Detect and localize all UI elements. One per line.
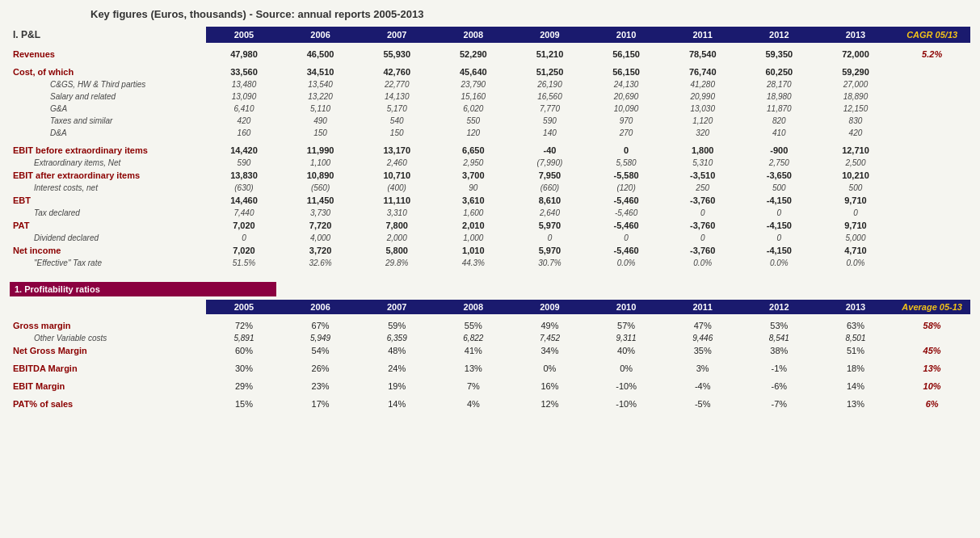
prof-year-2010: 2010 [588, 300, 665, 314]
section1-label: I. P&L [10, 27, 206, 43]
net-income-label: Net income [10, 244, 206, 257]
cost-2011: 76,740 [664, 65, 741, 78]
cost-sub-taxes: Taxes and similar 420 490 540 550 590 97… [10, 115, 970, 127]
year-2007: 2007 [359, 27, 435, 43]
profitability-table: 2005 2006 2007 2008 2009 2010 2011 2012 … [10, 300, 970, 410]
cost-2005: 33,560 [206, 65, 283, 78]
rev-2008: 52,290 [435, 48, 512, 61]
ebit-after-label: EBIT after extraordinary items [10, 169, 206, 182]
year-2008: 2008 [435, 27, 512, 43]
main-title: Key figures (Euros, thousands) - Source:… [10, 8, 970, 20]
prof-year-2005: 2005 [206, 300, 283, 314]
rev-2013: 72,000 [818, 48, 894, 61]
interest-label: Interest costs, net [10, 182, 206, 194]
revenues-label: Revenues [10, 48, 206, 61]
ebit-after-row: EBIT after extraordinary items 13,830 10… [10, 169, 970, 182]
dividend-label: Dividend declared [10, 232, 206, 244]
prof-year-2007: 2007 [359, 300, 435, 314]
cost-row: Cost, of which 33,560 34,510 42,760 45,6… [10, 65, 970, 78]
extraordinary-label: Extraordinary items, Net [10, 157, 206, 169]
rev-2007: 55,930 [359, 48, 435, 61]
year-2009: 2009 [511, 27, 588, 43]
year-2011: 2011 [664, 27, 741, 43]
effective-tax-row: "Effective" Tax rate 51.5% 32.6% 29.8% 4… [10, 257, 970, 269]
extraordinary-row: Extraordinary items, Net 590 1,100 2,460… [10, 157, 970, 169]
rev-2011: 78,540 [664, 48, 741, 61]
rev-cagr: 5.2% [894, 48, 970, 61]
cost-sub-ga: G&A 6,410 5,110 5,170 6,020 7,770 10,090… [10, 103, 970, 115]
salary-label: Salary and related [10, 90, 206, 103]
cost-2010: 56,150 [588, 65, 665, 78]
dividend-row: Dividend declared 0 4,000 2,000 1,000 0 … [10, 232, 970, 244]
ebit-margin-label: EBIT Margin [10, 380, 206, 393]
prof-header-row: 2005 2006 2007 2008 2009 2010 2011 2012 … [10, 300, 970, 314]
pat-pct-row: PAT% of sales 15% 17% 14% 4% 12% -10% -5… [10, 397, 970, 410]
year-2005: 2005 [206, 27, 283, 43]
net-gross-margin-row: Net Gross Margin 60% 54% 48% 41% 34% 40%… [10, 344, 970, 357]
cost-sub-da: D&A 160 150 150 120 140 270 320 410 420 [10, 127, 970, 139]
gross-margin-row: Gross margin 72% 67% 59% 55% 49% 57% 47%… [10, 319, 970, 332]
other-variable-label: Other Variable costs [10, 332, 206, 344]
cost-2013: 59,290 [818, 65, 894, 78]
pl-header-row: I. P&L 2005 2006 2007 2008 2009 2010 201… [10, 27, 970, 43]
cost-cagr [894, 65, 970, 78]
page-container: Key figures (Euros, thousands) - Source:… [0, 0, 980, 418]
cost-2008: 45,640 [435, 65, 512, 78]
cost-2007: 42,760 [359, 65, 435, 78]
other-variable-row: Other Variable costs 5,891 5,949 6,359 6… [10, 332, 970, 344]
prof-year-2011: 2011 [664, 300, 741, 314]
pl-table: I. P&L 2005 2006 2007 2008 2009 2010 201… [10, 27, 970, 269]
year-2010: 2010 [588, 27, 665, 43]
cost-sub-cgs: C&GS, HW & Third parties 13,480 13,540 2… [10, 78, 970, 90]
prof-year-2012: 2012 [741, 300, 818, 314]
tax-row: Tax declared 7,440 3,730 3,310 1,600 2,6… [10, 207, 970, 219]
ebt-label: EBT [10, 194, 206, 207]
prof-year-2006: 2006 [282, 300, 359, 314]
taxes-label: Taxes and similar [10, 115, 206, 127]
tax-label: Tax declared [10, 207, 206, 219]
rev-2010: 56,150 [588, 48, 665, 61]
rev-2012: 59,350 [741, 48, 818, 61]
profitability-section: 1. Profitability ratios 2005 2006 2007 2… [10, 275, 970, 410]
cost-2006: 34,510 [282, 65, 359, 78]
ebit-before-label: EBIT before extraordinary items [10, 144, 206, 157]
ebit-before-row: EBIT before extraordinary items 14,420 1… [10, 144, 970, 157]
cost-label: Cost, of which [10, 65, 206, 78]
pat-label: PAT [10, 219, 206, 232]
effective-tax-label: "Effective" Tax rate [10, 257, 206, 269]
rev-2009: 51,210 [511, 48, 588, 61]
pat-pct-label: PAT% of sales [10, 397, 206, 410]
ebitda-margin-label: EBITDA Margin [10, 362, 206, 375]
section2-header: 1. Profitability ratios [10, 282, 276, 296]
cost-2009: 51,250 [511, 65, 588, 78]
pat-row: PAT 7,020 7,720 7,800 2,010 5,970 -5,460… [10, 219, 970, 232]
prof-year-2009: 2009 [511, 300, 588, 314]
year-2006: 2006 [282, 27, 359, 43]
cagr-header: CAGR 05/13 [894, 27, 970, 43]
rev-2005: 47,980 [206, 48, 283, 61]
rev-2006: 46,500 [282, 48, 359, 61]
cost-2012: 60,250 [741, 65, 818, 78]
net-gross-margin-label: Net Gross Margin [10, 344, 206, 357]
cost-sub-salary: Salary and related 13,090 13,220 14,130 … [10, 90, 970, 103]
year-2012: 2012 [741, 27, 818, 43]
cgs-label: C&GS, HW & Third parties [10, 78, 206, 90]
year-2013: 2013 [818, 27, 894, 43]
prof-year-2008: 2008 [435, 300, 512, 314]
ebt-row: EBT 14,460 11,450 11,110 3,610 8,610 -5,… [10, 194, 970, 207]
avg-header: Average 05-13 [894, 300, 970, 314]
ga-label: G&A [10, 103, 206, 115]
ebitda-margin-row: EBITDA Margin 30% 26% 24% 13% 0% 0% 3% -… [10, 362, 970, 375]
da-label: D&A [10, 127, 206, 139]
ebit-margin-row: EBIT Margin 29% 23% 19% 7% 16% -10% -4% … [10, 380, 970, 393]
gross-margin-label: Gross margin [10, 319, 206, 332]
net-income-row: Net income 7,020 3,720 5,800 1,010 5,970… [10, 244, 970, 257]
revenues-row: Revenues 47,980 46,500 55,930 52,290 51,… [10, 48, 970, 61]
interest-row: Interest costs, net (630) (560) (400) 90… [10, 182, 970, 194]
prof-year-2013: 2013 [818, 300, 894, 314]
